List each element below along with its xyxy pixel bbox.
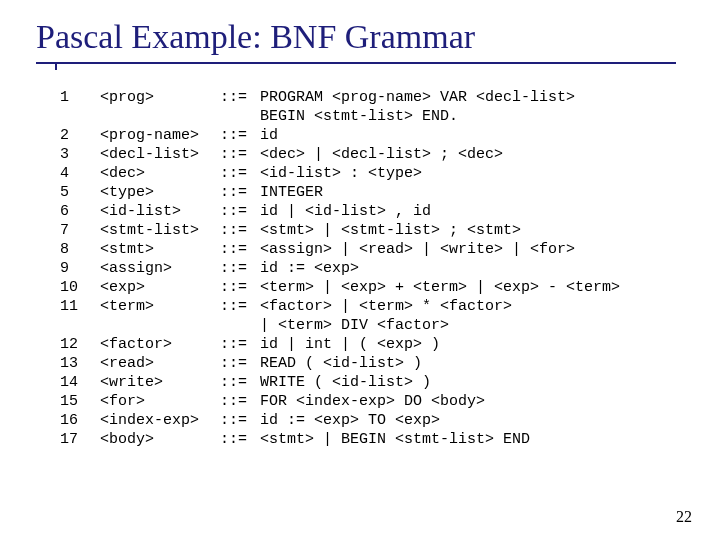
rule-rhs-continuation: | <term> DIV <factor> — [260, 317, 449, 334]
rule-separator: ::= — [220, 183, 260, 202]
rule-separator: ::= — [220, 297, 260, 316]
rule-rhs: <stmt> | BEGIN <stmt-list> END — [260, 431, 530, 448]
rule-separator: ::= — [220, 88, 260, 107]
slide: Pascal Example: BNF Grammar 1<prog>::=PR… — [0, 0, 720, 540]
grammar-rule-continuation: | <term> DIV <factor> — [60, 316, 620, 335]
grammar-rule-continuation: BEGIN <stmt-list> END. — [60, 107, 620, 126]
grammar-rule: 10<exp>::=<term> | <exp> + <term> | <exp… — [60, 278, 620, 297]
rule-number: 8 — [60, 240, 100, 259]
rule-rhs: <term> | <exp> + <term> | <exp> - <term> — [260, 279, 620, 296]
rule-rhs: PROGRAM <prog-name> VAR <decl-list> — [260, 89, 575, 106]
rule-rhs: <dec> | <decl-list> ; <dec> — [260, 146, 503, 163]
rule-separator: ::= — [220, 221, 260, 240]
grammar-rule: 9<assign>::=id := <exp> — [60, 259, 620, 278]
grammar-rule: 11<term>::=<factor> | <term> * <factor> — [60, 297, 620, 316]
rule-number: 7 — [60, 221, 100, 240]
rule-lhs: <dec> — [100, 164, 220, 183]
rule-rhs: WRITE ( <id-list> ) — [260, 374, 431, 391]
rule-lhs: <factor> — [100, 335, 220, 354]
rule-separator: ::= — [220, 278, 260, 297]
page-number: 22 — [676, 508, 692, 526]
rule-separator: ::= — [220, 259, 260, 278]
rule-rhs: <assign> | <read> | <write> | <for> — [260, 241, 575, 258]
rule-rhs: id — [260, 127, 278, 144]
grammar-rule: 3<decl-list>::=<dec> | <decl-list> ; <de… — [60, 145, 620, 164]
rule-rhs: <factor> | <term> * <factor> — [260, 298, 512, 315]
rule-separator: ::= — [220, 354, 260, 373]
grammar-rule: 1<prog>::=PROGRAM <prog-name> VAR <decl-… — [60, 88, 620, 107]
rule-number: 5 — [60, 183, 100, 202]
rule-lhs: <prog> — [100, 88, 220, 107]
rule-separator: ::= — [220, 373, 260, 392]
grammar-rule: 7<stmt-list>::=<stmt> | <stmt-list> ; <s… — [60, 221, 620, 240]
rule-number: 14 — [60, 373, 100, 392]
rule-lhs: <type> — [100, 183, 220, 202]
rule-lhs: <prog-name> — [100, 126, 220, 145]
rule-separator: ::= — [220, 335, 260, 354]
grammar-rule: 15<for>::=FOR <index-exp> DO <body> — [60, 392, 620, 411]
title-underline — [36, 62, 676, 64]
rule-number: 12 — [60, 335, 100, 354]
rule-rhs: FOR <index-exp> DO <body> — [260, 393, 485, 410]
rule-number: 15 — [60, 392, 100, 411]
rule-lhs: <stmt-list> — [100, 221, 220, 240]
rule-separator: ::= — [220, 240, 260, 259]
grammar-rule: 17<body>::=<stmt> | BEGIN <stmt-list> EN… — [60, 430, 620, 449]
rule-separator: ::= — [220, 392, 260, 411]
rule-number: 4 — [60, 164, 100, 183]
rule-number: 11 — [60, 297, 100, 316]
rule-separator: ::= — [220, 202, 260, 221]
rule-lhs: <read> — [100, 354, 220, 373]
slide-title: Pascal Example: BNF Grammar — [0, 0, 720, 56]
rule-lhs: <index-exp> — [100, 411, 220, 430]
grammar-rule: 2<prog-name>::=id — [60, 126, 620, 145]
title-tick — [55, 62, 57, 70]
rule-lhs: <stmt> — [100, 240, 220, 259]
rule-lhs: <assign> — [100, 259, 220, 278]
rule-separator: ::= — [220, 145, 260, 164]
rule-number: 1 — [60, 88, 100, 107]
rule-lhs: <id-list> — [100, 202, 220, 221]
rule-number: 3 — [60, 145, 100, 164]
rule-rhs: <id-list> : <type> — [260, 165, 422, 182]
rule-number: 6 — [60, 202, 100, 221]
rule-lhs: <exp> — [100, 278, 220, 297]
grammar-rule: 8<stmt>::=<assign> | <read> | <write> | … — [60, 240, 620, 259]
grammar-rule: 13<read>::=READ ( <id-list> ) — [60, 354, 620, 373]
rule-rhs-continuation: BEGIN <stmt-list> END. — [260, 108, 458, 125]
grammar-rule: 4<dec>::=<id-list> : <type> — [60, 164, 620, 183]
rule-rhs: id := <exp> — [260, 260, 359, 277]
rule-lhs: <term> — [100, 297, 220, 316]
rule-number: 10 — [60, 278, 100, 297]
rule-lhs: <body> — [100, 430, 220, 449]
rule-number: 16 — [60, 411, 100, 430]
rule-rhs: id | int | ( <exp> ) — [260, 336, 440, 353]
grammar-rule: 14<write>::=WRITE ( <id-list> ) — [60, 373, 620, 392]
rule-separator: ::= — [220, 126, 260, 145]
rule-lhs: <decl-list> — [100, 145, 220, 164]
rule-separator: ::= — [220, 430, 260, 449]
rule-rhs: READ ( <id-list> ) — [260, 355, 422, 372]
grammar-block: 1<prog>::=PROGRAM <prog-name> VAR <decl-… — [60, 88, 620, 449]
rule-rhs: id := <exp> TO <exp> — [260, 412, 440, 429]
rule-separator: ::= — [220, 411, 260, 430]
grammar-rule: 12<factor>::=id | int | ( <exp> ) — [60, 335, 620, 354]
rule-lhs: <for> — [100, 392, 220, 411]
grammar-rule: 6<id-list>::=id | <id-list> , id — [60, 202, 620, 221]
rule-number: 2 — [60, 126, 100, 145]
rule-rhs: INTEGER — [260, 184, 323, 201]
rule-number: 13 — [60, 354, 100, 373]
rule-rhs: id | <id-list> , id — [260, 203, 431, 220]
rule-rhs: <stmt> | <stmt-list> ; <stmt> — [260, 222, 521, 239]
grammar-rule: 16<index-exp>::=id := <exp> TO <exp> — [60, 411, 620, 430]
grammar-rule: 5<type>::=INTEGER — [60, 183, 620, 202]
rule-number: 9 — [60, 259, 100, 278]
rule-lhs: <write> — [100, 373, 220, 392]
rule-separator: ::= — [220, 164, 260, 183]
rule-number: 17 — [60, 430, 100, 449]
